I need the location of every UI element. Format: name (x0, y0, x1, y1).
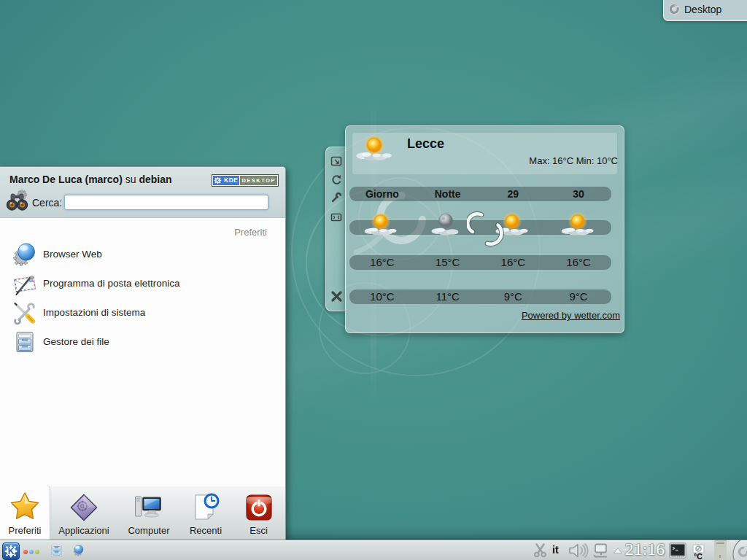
svg-text:K: K (8, 546, 15, 556)
svg-text:°C: °C (694, 552, 703, 560)
svg-text:K: K (216, 178, 220, 183)
